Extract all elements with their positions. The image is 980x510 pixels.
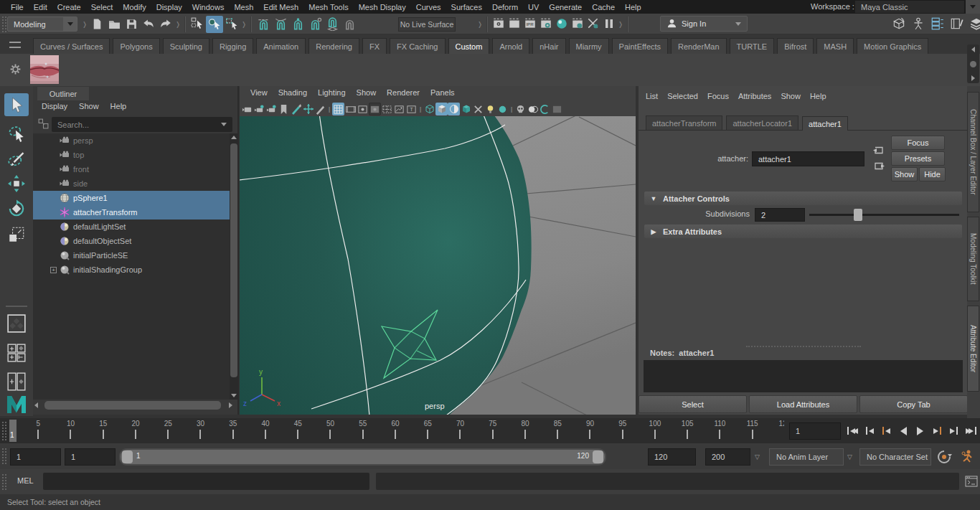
ae-footer-button[interactable]: Load Attributes [749,395,857,413]
workspace-dropdown[interactable]: Maya Classic [855,1,964,13]
shelf-tab[interactable]: MASH [816,38,854,54]
notes-resize-handle[interactable] [746,346,861,347]
shelf-tab[interactable]: Bifrost [777,38,814,54]
group-collapse[interactable]: ❭ [617,16,624,33]
timeline-ruler[interactable]: 1 51015202530354045505560657075808590951… [9,420,784,442]
play-forwards-button[interactable] [913,422,928,440]
ae-footer-button[interactable]: Select [639,395,747,413]
notes-textarea[interactable] [644,360,963,392]
shelf-tab[interactable]: PaintEffects [612,38,669,54]
copy-tab-icon[interactable] [872,144,885,156]
menu-item[interactable]: Cache [587,2,620,12]
shelf-tab[interactable]: RenderMan [671,38,726,54]
rotate-tool[interactable] [4,197,29,220]
snap-point-icon[interactable] [289,16,306,33]
group-collapse[interactable]: ❭ [240,16,248,33]
step-back-frame-button[interactable] [862,422,878,440]
menu-item[interactable]: Deform [487,2,523,12]
range-start-handle[interactable] [122,450,133,463]
step-forward-frame-button[interactable] [946,422,962,440]
snap-view-plane-icon[interactable] [324,16,341,33]
shelf-tab[interactable]: FX Caching [390,38,445,54]
outliner-item[interactable]: persp [33,133,230,148]
play-backwards-button[interactable] [896,422,912,440]
channel-box-tab[interactable]: Channel Box / Layer Editor [967,92,979,212]
playback-loop-icon[interactable] [936,449,952,465]
gamma-icon[interactable] [551,103,563,115]
shelf-tab[interactable]: Polygons [113,38,159,54]
render-setup-icon[interactable] [570,16,585,33]
menu-item[interactable]: Edit [29,2,52,12]
exposure-icon[interactable] [539,103,551,115]
menu-set-dropdown[interactable]: Modeling [7,16,77,32]
command-result[interactable] [376,473,959,490]
shelf-tab[interactable]: Custom [448,38,490,54]
shelf-tab[interactable]: Sculpting [163,38,209,54]
wireframe-icon[interactable] [423,103,435,115]
bookmark-icon[interactable] [278,103,290,115]
menu-item[interactable]: Mesh Display [354,2,411,12]
lock-camera-icon[interactable] [253,103,265,115]
layer-stack-icon[interactable] [969,16,980,33]
viewport-menu-item[interactable]: Show [357,88,377,97]
character-set-selector[interactable]: No Character Set [859,448,931,466]
shadows-icon[interactable] [472,103,484,115]
attribute-editor-tab[interactable]: Attribute Editor [967,306,979,392]
screen-space-ao-icon[interactable] [484,103,496,115]
select-hierarchy-icon[interactable] [189,16,206,33]
shelf-tab[interactable]: Motion Graphics [857,38,928,54]
render-frame-icon[interactable] [507,16,522,33]
menu-set-arrow[interactable] [63,17,77,31]
menu-item[interactable]: Generate [544,2,587,12]
layout-four-pane[interactable] [4,341,29,364]
shaded-icon[interactable] [435,103,448,115]
no-live-surface-field[interactable]: No Live Surface [398,17,456,32]
playback-end-field[interactable]: 120 [648,448,696,466]
subdivisions-input[interactable]: 2 [755,208,805,222]
auto-key-icon[interactable] [959,449,975,465]
paint-select-tool[interactable] [4,147,29,170]
outliner-item[interactable]: initialParticleSE [33,248,230,263]
menu-item[interactable]: Surfaces [446,2,487,12]
image-plane-icon[interactable] [290,103,302,115]
outliner-item[interactable]: side [33,176,230,191]
subdivisions-slider-handle[interactable] [854,209,862,221]
curve-panel-icon[interactable] [891,16,906,33]
anim-layer-dropdown-arrow[interactable]: ▽ [755,453,760,461]
animation-end-field[interactable]: 200 [705,448,750,466]
viewport-menu-item[interactable]: View [250,88,268,97]
use-all-lights-icon[interactable] [460,103,472,115]
outliner-search-input[interactable]: Search... [52,117,232,132]
subdivisions-slider[interactable] [809,214,959,216]
shelf-tab[interactable]: TURTLE [730,38,775,54]
pause-icon[interactable] [601,16,617,33]
outliner-menu-item[interactable]: Help [110,102,127,110]
outliner-item[interactable]: attacherTransform [33,205,230,219]
go-to-start-button[interactable] [845,422,861,440]
viewport-menu-item[interactable]: Shading [278,88,307,97]
menu-item[interactable]: Create [52,2,86,12]
new-scene-icon[interactable] [88,16,105,33]
ae-menu-item[interactable]: Focus [707,92,729,100]
safe-title-icon[interactable]: T [405,103,418,115]
step-back-key-button[interactable] [879,422,895,440]
viewport-menu-item[interactable]: Renderer [387,88,420,97]
character-set-dropdown-arrow[interactable]: ▽ [847,453,852,461]
menu-item[interactable]: Mesh Tools [303,2,353,12]
command-input[interactable] [43,473,369,490]
viewport-3d-view[interactable]: y x z persp [240,116,636,415]
outliner-item[interactable]: + initialShadingGroup [33,263,230,277]
move-tool[interactable] [4,172,29,195]
breakout-tab-icon[interactable] [872,160,885,171]
character-icon[interactable] [910,16,925,33]
field-chart-icon[interactable] [381,103,393,115]
make-live-icon[interactable] [341,16,358,33]
group-collapse[interactable]: ❭ [174,16,182,33]
shelf-item-thumbnail[interactable] [30,55,59,84]
render-settings-icon[interactable] [538,16,554,33]
shelf-tab[interactable]: Curves / Surfaces [33,38,110,54]
undo-icon[interactable] [140,16,157,33]
animation-start-field[interactable]: 1 [10,448,61,466]
redo-icon[interactable] [157,16,174,33]
grid-icon[interactable] [332,103,344,115]
